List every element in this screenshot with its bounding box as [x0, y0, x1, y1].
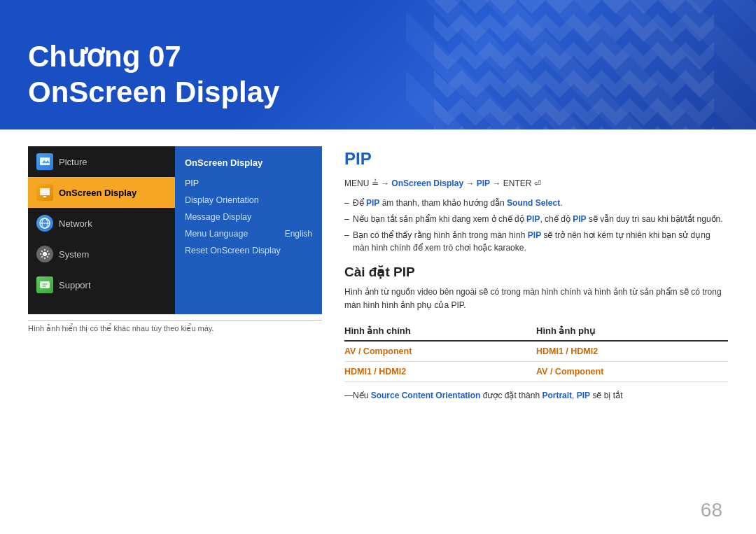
table-cell-r1c1: AV / Component	[344, 341, 536, 362]
sidebar-item-support[interactable]: Support	[28, 269, 175, 300]
svg-point-7	[43, 252, 47, 256]
svg-rect-2	[40, 188, 50, 195]
submenu-reset-label: Reset OnScreen Display	[185, 246, 281, 255]
submenu-menu-language-label: Menu Language	[185, 229, 248, 239]
bullet-item-3: Bạn có thể thấy rằng hình ảnh trong màn …	[344, 229, 728, 254]
submenu-item-display-orientation[interactable]: Display Orientation	[175, 192, 322, 209]
table-col1-header: Hình ảnh chính	[344, 322, 536, 341]
submenu-item-message-display[interactable]: Message Display	[175, 209, 322, 225]
menu-path-onscreen: OnScreen Display	[391, 178, 463, 188]
sidebar-label-system: System	[59, 249, 89, 260]
table-cell-r2c2: AV / Component	[536, 362, 728, 382]
note-text: Nếu Source Content Orientation được đặt …	[344, 391, 728, 400]
chapter-topic: OnScreen Display	[28, 75, 279, 110]
submenu-pip-label: PIP	[185, 178, 199, 188]
submenu-item-pip[interactable]: PIP	[175, 175, 322, 192]
submenu-menu-language-value: English	[285, 229, 312, 239]
bullet-item-2: Nếu bạn tắt sản phẩm khi đang xem ở chế …	[344, 213, 728, 225]
header-title: Chương 07 OnScreen Display	[28, 39, 279, 110]
network-icon	[36, 215, 53, 232]
sidebar-label-picture: Picture	[59, 157, 87, 167]
pip-table: Hình ảnh chính Hình ảnh phụ AV / Compone…	[344, 322, 728, 382]
main-content: Picture OnScreen Display Network	[0, 129, 756, 414]
header-banner: Chương 07 OnScreen Display	[0, 0, 756, 129]
right-content: PIP MENU ≟ → OnScreen Display → PIP → EN…	[344, 146, 728, 400]
bullet-item-1: Để PIP âm thanh, tham khảo hướng dẫn Sou…	[344, 197, 728, 209]
system-icon	[36, 246, 53, 262]
submenu-message-display-label: Message Display	[185, 212, 251, 222]
section-title: PIP	[344, 149, 728, 169]
sidebar-item-picture[interactable]: Picture	[28, 146, 175, 177]
onscreen-icon	[36, 184, 53, 201]
submenu-header: OnScreen Display	[175, 152, 322, 175]
sidebar-label-network: Network	[59, 218, 92, 229]
menu-path-pip: PIP	[477, 178, 490, 188]
sidebar-label-onscreen: OnScreen Display	[59, 188, 136, 198]
bullet-list: Để PIP âm thanh, tham khảo hướng dẫn Sou…	[344, 197, 728, 254]
table-col2-header: Hình ảnh phụ	[536, 322, 728, 341]
sidebar: Picture OnScreen Display Network	[28, 146, 175, 314]
sidebar-label-support: Support	[59, 280, 91, 290]
menu-caption: Hình ảnh hiển thị có thể khác nhau tùy t…	[28, 324, 322, 333]
svg-rect-8	[40, 281, 50, 288]
support-icon	[36, 276, 53, 293]
page-number: 68	[701, 499, 722, 521]
sidebar-item-onscreen[interactable]: OnScreen Display	[28, 177, 175, 208]
table-cell-r2c1: HDMI1 / HDMI2	[344, 362, 536, 382]
sub-section-title: Cài đặt PIP	[344, 264, 728, 280]
svg-rect-3	[43, 196, 46, 197]
submenu-item-menu-language[interactable]: Menu Language English	[175, 225, 322, 242]
chapter-label: Chương 07	[28, 39, 279, 74]
sub-description: Hình ảnh từ nguồn video bên ngoài sẽ có …	[344, 286, 728, 312]
submenu-panel: OnScreen Display PIP Display Orientation…	[175, 146, 322, 314]
sidebar-item-network[interactable]: Network	[28, 208, 175, 239]
menu-path: MENU ≟ → OnScreen Display → PIP → ENTER …	[344, 178, 728, 188]
picture-icon	[36, 153, 53, 170]
sidebar-item-system[interactable]: System	[28, 239, 175, 269]
table-row: HDMI1 / HDMI2 AV / Component	[344, 362, 728, 382]
submenu-item-reset[interactable]: Reset OnScreen Display	[175, 242, 322, 259]
submenu-display-orientation-label: Display Orientation	[185, 195, 259, 205]
table-cell-r1c2: HDMI1 / HDMI2	[536, 341, 728, 362]
table-row: AV / Component HDMI1 / HDMI2	[344, 341, 728, 362]
